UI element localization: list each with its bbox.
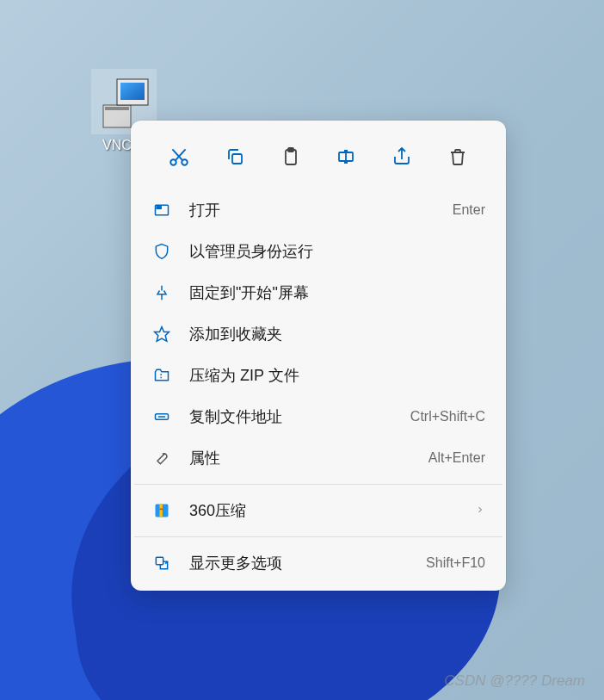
star-icon [151, 324, 172, 344]
menu-compress-zip[interactable]: 压缩为 ZIP 文件 [131, 355, 506, 396]
menu-run-as-admin[interactable]: 以管理员身份运行 [131, 231, 506, 272]
menu-label: 360压缩 [189, 500, 458, 521]
share-button[interactable] [383, 138, 421, 176]
menu-label: 打开 [189, 200, 435, 220]
pin-icon [151, 282, 172, 303]
expand-icon [151, 553, 172, 573]
menu-divider [134, 484, 502, 485]
menu-show-more[interactable]: 显示更多选项 Shift+F10 [131, 542, 506, 584]
svg-rect-23 [160, 509, 163, 511]
shield-icon [151, 241, 172, 262]
watermark: CSDN @???? Dream [444, 672, 585, 690]
menu-label: 压缩为 ZIP 文件 [189, 365, 485, 386]
menu-label: 添加到收藏夹 [189, 324, 485, 344]
menu-label: 复制文件地址 [189, 406, 393, 427]
svg-rect-24 [156, 557, 163, 564]
menu-divider [134, 536, 502, 537]
zip-icon [151, 365, 172, 386]
menu-properties[interactable]: 属性 Alt+Enter [131, 437, 506, 479]
menu-label: 属性 [189, 448, 411, 468]
menu-add-favorite[interactable]: 添加到收藏夹 [131, 313, 506, 355]
cut-button[interactable] [160, 138, 198, 176]
svg-rect-22 [160, 505, 163, 517]
menu-label: 显示更多选项 [189, 553, 409, 573]
wrench-icon [151, 448, 172, 468]
svg-marker-16 [155, 327, 169, 342]
path-icon [151, 406, 172, 427]
svg-rect-1 [105, 107, 129, 110]
svg-rect-9 [232, 154, 242, 164]
chevron-right-icon [475, 504, 485, 517]
menu-shortcut: Alt+Enter [428, 450, 485, 466]
context-menu: 打开 Enter 以管理员身份运行 固定到"开始"屏幕 添加到收藏夹 压缩为 Z… [131, 121, 506, 591]
open-icon [151, 200, 172, 220]
rename-button[interactable] [327, 138, 365, 176]
svg-point-5 [171, 159, 177, 165]
menu-pin-to-start[interactable]: 固定到"开始"屏幕 [131, 272, 506, 313]
copy-button[interactable] [216, 138, 254, 176]
svg-rect-15 [157, 207, 161, 209]
menu-open[interactable]: 打开 Enter [131, 189, 506, 231]
menu-shortcut: Enter [453, 202, 485, 218]
menu-360zip[interactable]: 360压缩 [131, 490, 506, 531]
360zip-icon [151, 500, 172, 521]
svg-point-6 [182, 159, 188, 165]
menu-shortcut: Shift+F10 [426, 555, 485, 571]
menu-label: 固定到"开始"屏幕 [189, 282, 485, 303]
menu-copy-path[interactable]: 复制文件地址 Ctrl+Shift+C [131, 396, 506, 437]
paste-button[interactable] [272, 138, 310, 176]
svg-rect-4 [120, 83, 145, 100]
context-toolbar [131, 127, 506, 189]
menu-shortcut: Ctrl+Shift+C [410, 409, 485, 424]
menu-label: 以管理员身份运行 [189, 241, 485, 262]
delete-button[interactable] [439, 138, 477, 176]
